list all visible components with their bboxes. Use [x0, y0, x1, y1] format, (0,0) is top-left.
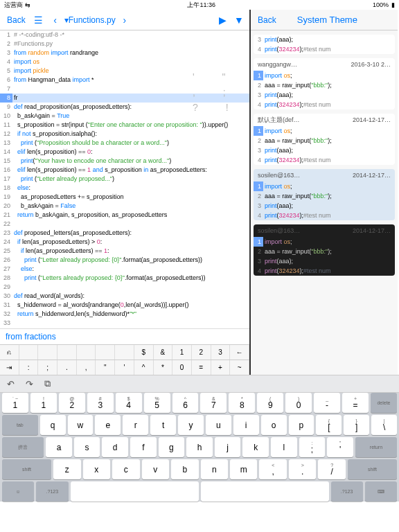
- key[interactable]: [201, 481, 329, 502]
- key[interactable]: v: [142, 459, 169, 479]
- key[interactable]: j: [215, 437, 241, 457]
- code-line[interactable]: 23def proposed_letters(as_proposedLetter…: [0, 229, 249, 238]
- key[interactable]: < ,: [259, 459, 286, 479]
- key[interactable]: shift: [348, 459, 397, 479]
- code-line[interactable]: 6from Hangman_data import *: [0, 76, 249, 85]
- code-editor[interactable]: 1# -*-coding:utf-8 -*2#Functions.py3from…: [0, 30, 249, 328]
- key[interactable]: .?123: [331, 481, 363, 502]
- key[interactable]: f: [130, 437, 157, 457]
- key[interactable]: h: [186, 437, 213, 457]
- symbol-key[interactable]: ': [115, 360, 134, 375]
- code-line[interactable]: 32 return s_hiddenword,len(s_hiddenword)…: [0, 310, 249, 319]
- symbol-key[interactable]: [96, 345, 115, 360]
- code-line[interactable]: 26 print ("Letter already proposed: {0}"…: [0, 256, 249, 265]
- symbol-key[interactable]: $: [134, 345, 154, 360]
- key[interactable]: ? /: [318, 459, 345, 479]
- symbol-key[interactable]: 1: [172, 345, 192, 360]
- key[interactable]: x: [83, 459, 110, 479]
- code-line[interactable]: 15 print("Your have to encode one charac…: [0, 157, 249, 166]
- run-icon[interactable]: ▶: [215, 15, 230, 26]
- code-line[interactable]: 21 return b_askAgain, s_proposition, as_…: [0, 211, 249, 220]
- key[interactable]: d: [102, 437, 128, 457]
- symbol-key[interactable]: ,: [77, 360, 96, 375]
- key[interactable]: ( 9: [257, 393, 283, 413]
- key[interactable]: _ -: [314, 393, 340, 413]
- key[interactable]: t: [150, 415, 176, 435]
- key[interactable]: e: [95, 415, 121, 435]
- code-line[interactable]: 29: [0, 283, 249, 292]
- symbol-key[interactable]: &: [154, 345, 173, 360]
- key[interactable]: + =: [342, 393, 369, 413]
- key[interactable]: i: [233, 415, 259, 435]
- key[interactable]: tab: [2, 415, 38, 435]
- key[interactable]: c: [112, 459, 139, 479]
- symbol-key[interactable]: ~: [230, 360, 249, 375]
- back-button[interactable]: Back: [3, 14, 30, 26]
- key[interactable]: s: [74, 437, 100, 457]
- symbol-key[interactable]: 2: [192, 345, 211, 360]
- symbol-key[interactable]: .: [57, 360, 77, 375]
- symbol-key[interactable]: [19, 345, 39, 360]
- symbol-key[interactable]: [38, 345, 57, 360]
- symbol-key[interactable]: :: [19, 360, 39, 375]
- key[interactable]: shift: [2, 459, 51, 479]
- code-line[interactable]: 24 if len(as_proposedLetters) > 0:: [0, 238, 249, 247]
- key[interactable]: delete: [371, 393, 397, 413]
- menu-icon[interactable]: ▼: [231, 15, 247, 26]
- key[interactable]: * 8: [229, 393, 255, 413]
- code-line[interactable]: 13 print ("Proposition should be a chara…: [0, 139, 249, 148]
- key[interactable]: @ 2: [59, 393, 85, 413]
- symbol-key[interactable]: 3: [211, 345, 231, 360]
- code-line[interactable]: 4import os: [0, 57, 249, 66]
- code-line[interactable]: 10 b_askAgain = True: [0, 112, 249, 121]
- symbol-key[interactable]: [57, 345, 77, 360]
- key[interactable]: o: [261, 415, 287, 435]
- symbol-key[interactable]: ;: [38, 360, 57, 375]
- symbol-key[interactable]: ⇥: [0, 360, 19, 375]
- key[interactable]: ! 1: [30, 393, 57, 413]
- key[interactable]: w: [68, 415, 94, 435]
- code-line[interactable]: 28 print ("Letters already proposed: {0}…: [0, 274, 249, 283]
- theme-back-button[interactable]: Back: [254, 14, 281, 26]
- key[interactable]: a: [46, 437, 72, 457]
- code-line[interactable]: 17 print ("Letter already proposed..."): [0, 175, 249, 184]
- keyboard[interactable]: ` ~1! 1@ 2# 3$ 4% 5^ 6& 7* 8( 9) 0_ -+ =…: [0, 393, 399, 502]
- code-line[interactable]: 5import pickle: [0, 66, 249, 76]
- key[interactable]: p: [289, 415, 314, 435]
- code-line[interactable]: 25 if len(as_proposedLetters) == 1:: [0, 247, 249, 256]
- prev-icon[interactable]: ‹: [48, 15, 63, 26]
- symbol-row-1[interactable]: ⎌$&123←: [0, 344, 249, 360]
- code-line[interactable]: 3from random import randrange: [0, 48, 249, 57]
- code-line[interactable]: 14 elif len(s_proposition) == 0:: [0, 148, 249, 157]
- code-line[interactable]: 18 else:: [0, 184, 249, 193]
- paste-icon[interactable]: ⧉: [44, 378, 51, 389]
- symbol-key[interactable]: +: [211, 360, 231, 375]
- key[interactable]: $ 4: [116, 393, 142, 413]
- key[interactable]: ` ~1: [2, 393, 28, 413]
- key[interactable]: ^ 6: [172, 393, 199, 413]
- code-line[interactable]: 31 s_hiddenword = al_words[randrange(0,l…: [0, 301, 249, 310]
- key[interactable]: u: [206, 415, 231, 435]
- key[interactable]: r: [123, 415, 148, 435]
- key[interactable]: ⌨: [365, 481, 397, 502]
- symbol-key[interactable]: =: [192, 360, 211, 375]
- undo-icon[interactable]: ↶: [7, 379, 15, 389]
- code-line[interactable]: 7: [0, 85, 249, 94]
- key[interactable]: ☺: [2, 481, 34, 502]
- code-line[interactable]: 20 b_askAgain = False: [0, 202, 249, 211]
- key[interactable]: : ;: [299, 437, 326, 457]
- key[interactable]: z: [53, 459, 80, 479]
- theme-card[interactable]: sosilen@163…2014-12-17…1import os;2aaa =…: [254, 224, 395, 276]
- symbol-key[interactable]: ⎌: [0, 345, 19, 360]
- theme-card[interactable]: 3print(aaa);4print(324234);#test num: [254, 35, 395, 54]
- key[interactable]: [71, 481, 199, 502]
- code-line[interactable]: 27 else:: [0, 265, 249, 274]
- code-line[interactable]: 19 as_proposedLetters += s_proposition: [0, 193, 249, 202]
- next-icon[interactable]: ›: [117, 15, 132, 26]
- key[interactable]: { [: [316, 415, 342, 435]
- symbol-row-2[interactable]: ⇥:;.,"'^*0=+~: [0, 360, 249, 375]
- key[interactable]: " ': [327, 437, 353, 457]
- symbol-key[interactable]: ←: [230, 345, 249, 360]
- theme-card[interactable]: sosilen@163…2014-12-17…1import os;2aaa =…: [254, 169, 395, 220]
- code-line[interactable]: 11 s_proposition = str(input ("Enter one…: [0, 121, 249, 130]
